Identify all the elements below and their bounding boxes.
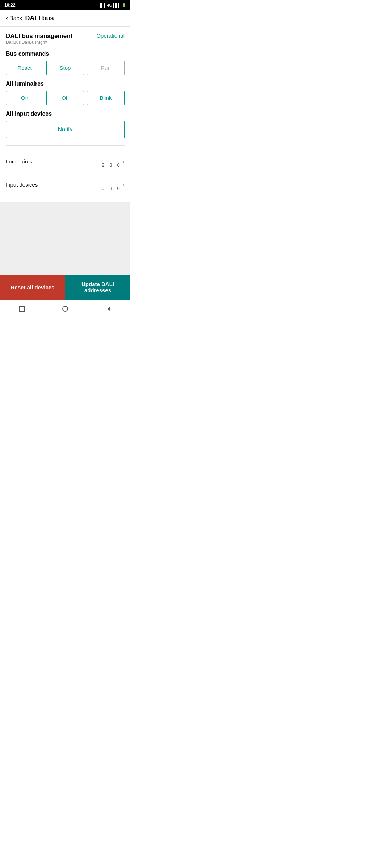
update-dali-button[interactable]: Update DALI addresses — [65, 275, 130, 300]
bottom-bar: Reset all devices Update DALI addresses — [0, 275, 130, 300]
luminaires-compass-col: 8 — [109, 155, 112, 168]
android-home-button[interactable] — [61, 305, 70, 313]
bus-commands-label: Bus commands — [6, 51, 125, 57]
reset-button[interactable]: Reset — [6, 61, 43, 75]
operational-status: Operational — [96, 33, 125, 39]
android-nav-bar — [0, 300, 130, 317]
status-time: 10:22 — [4, 3, 16, 8]
notify-button[interactable]: Notify — [6, 121, 125, 138]
back-button[interactable]: ‹ Back — [6, 14, 22, 22]
luminaires-gear-count: 2 — [102, 162, 104, 168]
signal-icons: ▐▌▌ 4G ▌▌▌ 🔋 — [98, 3, 126, 7]
input-devices-copy-col: 0 — [117, 178, 119, 191]
off-button[interactable]: Off — [46, 91, 84, 105]
management-title: DALI bus management — [6, 33, 72, 40]
divider-1 — [6, 145, 125, 146]
stop-button[interactable]: Stop — [46, 61, 84, 75]
luminaires-copy-col: 0 — [117, 155, 119, 168]
luminaires-copy-count: 0 — [117, 162, 119, 168]
luminaires-row-label: Luminaires — [6, 158, 102, 165]
blink-button[interactable]: Blink — [87, 91, 125, 105]
run-button[interactable]: Run — [87, 61, 125, 75]
gray-spacer — [0, 202, 130, 275]
input-devices-gear-count: 0 — [102, 186, 104, 191]
page-title: DALI bus — [25, 14, 54, 22]
management-subtitle: DaliBus'DaliBusMgmt — [6, 40, 72, 45]
android-back-button[interactable] — [104, 305, 113, 313]
luminaires-row-icons: 2 8 0 — [102, 155, 120, 168]
bus-commands-row: Reset Stop Run — [6, 61, 125, 75]
input-devices-row-icons: 0 8 0 — [102, 178, 120, 191]
luminaires-chevron-icon: › — [123, 158, 125, 165]
input-devices-chevron-icon: › — [123, 182, 125, 188]
status-icons: ▐▌▌ 4G ▌▌▌ 🔋 — [98, 3, 126, 7]
android-square-button[interactable] — [17, 305, 26, 313]
main-content: DALI bus management DaliBus'DaliBusMgmt … — [0, 27, 130, 202]
svg-marker-10 — [107, 307, 110, 311]
input-devices-copy-count: 0 — [117, 186, 119, 191]
input-devices-compass-col: 8 — [109, 178, 112, 191]
back-chevron-icon: ‹ — [6, 14, 8, 22]
luminaires-compass-count: 8 — [109, 162, 112, 168]
status-bar: 10:22 ▐▌▌ 4G ▌▌▌ 🔋 — [0, 0, 130, 10]
input-devices-gear-col: 0 — [102, 178, 104, 191]
input-devices-compass-count: 8 — [109, 186, 112, 191]
reset-all-button[interactable]: Reset all devices — [0, 275, 65, 300]
input-devices-label: All input devices — [6, 111, 125, 117]
nav-bar: ‹ Back DALI bus — [0, 10, 130, 27]
management-section-header: DALI bus management DaliBus'DaliBusMgmt … — [6, 33, 125, 45]
svg-point-9 — [63, 306, 68, 311]
luminaires-list-row[interactable]: Luminaires 2 8 — [6, 150, 125, 173]
on-button[interactable]: On — [6, 91, 43, 105]
luminaires-row: On Off Blink — [6, 91, 125, 105]
input-devices-list-row[interactable]: Input devices 0 8 — [6, 173, 125, 196]
management-info: DALI bus management DaliBus'DaliBusMgmt — [6, 33, 72, 45]
svg-rect-8 — [19, 306, 24, 311]
input-devices-row-label: Input devices — [6, 182, 102, 188]
luminaires-gear-col: 2 — [102, 155, 104, 168]
back-label: Back — [9, 15, 22, 22]
luminaires-label: All luminaires — [6, 81, 125, 87]
